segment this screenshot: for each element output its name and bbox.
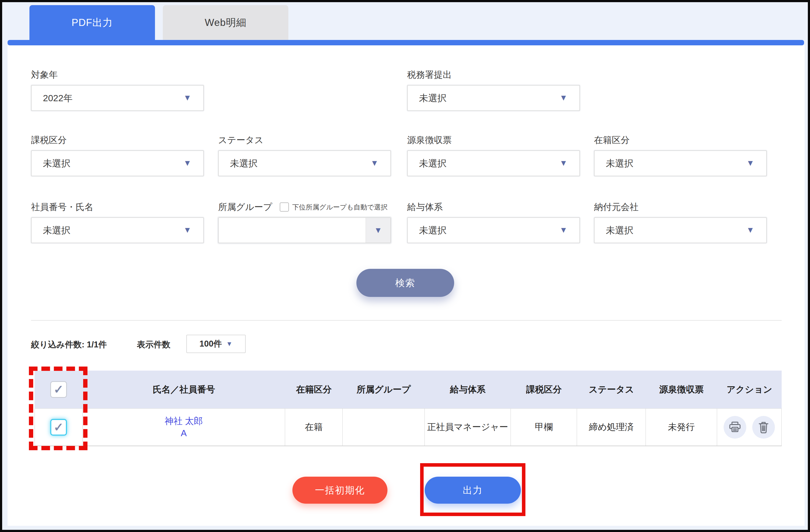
status-select[interactable]: 未選択 ▼: [218, 150, 391, 176]
filter-salary-system: 給与体系 未選択 ▼: [407, 201, 580, 243]
row-salary-system-cell: 正社員マネージャー: [425, 409, 511, 446]
tab-pdf-output[interactable]: PDF出力: [29, 5, 155, 40]
enrollment-category-select[interactable]: 未選択 ▼: [594, 150, 767, 176]
filter-tax-category: 課税区分 未選択 ▼: [31, 134, 204, 176]
header-withholding-slip: 源泉徴収票: [646, 370, 717, 409]
row-name-cell: 神社 太郎 A: [83, 409, 285, 446]
chevron-down-icon: ▼: [374, 226, 382, 234]
tab-bar: PDF出力 Web明細: [29, 5, 288, 40]
select-all-header-cell: ✓: [35, 370, 83, 409]
print-button[interactable]: [724, 416, 746, 438]
table-row: ✓ 神社 太郎 A 在籍 正社員マネージャー 甲欄 締め処理済 未発行: [35, 409, 782, 446]
tax-category-label: 課税区分: [31, 134, 204, 146]
withholding-slip-select[interactable]: 未選択 ▼: [407, 150, 580, 176]
chevron-down-icon: ▼: [746, 226, 755, 234]
page-size-select[interactable]: 100件 ▼: [186, 335, 246, 353]
chevron-down-icon: ▼: [746, 159, 755, 167]
tax-office-submission-select[interactable]: 未選択 ▼: [407, 85, 580, 111]
check-icon: ✓: [54, 421, 64, 433]
row-tax-category-cell: 甲欄: [511, 409, 577, 446]
target-year-label: 対象年: [31, 69, 204, 81]
row-checkbox[interactable]: ✓: [50, 419, 67, 436]
filter-withholding-slip: 源泉徴収票 未選択 ▼: [407, 134, 580, 176]
header-status: ステータス: [577, 370, 646, 409]
status-label: ステータス: [218, 134, 391, 146]
header-action: アクション: [717, 370, 782, 409]
display-count-label: 表示件数: [137, 339, 171, 350]
bulk-reset-button[interactable]: 一括初期化: [292, 477, 387, 504]
trash-icon: [758, 421, 769, 433]
withholding-slip-label: 源泉徴収票: [407, 134, 580, 146]
employee-name-link[interactable]: 神社 太郎: [165, 415, 203, 427]
check-icon: ✓: [54, 384, 64, 395]
filter-payment-source-company: 納付元会社 未選択 ▼: [594, 201, 767, 243]
payment-source-company-select[interactable]: 未選択 ▼: [594, 217, 767, 243]
salary-system-value: 未選択: [419, 218, 447, 243]
employee-number-name-value: 未選択: [43, 218, 70, 243]
content-panel: 対象年 2022年 ▼ 税務署提出 未選択 ▼ 課税区分 未選択 ▼ ステータス: [7, 45, 805, 526]
printer-icon: [728, 421, 741, 433]
payment-source-company-value: 未選択: [606, 218, 633, 243]
export-button[interactable]: 出力: [425, 477, 521, 504]
employee-number-name-select[interactable]: 未選択 ▼: [31, 217, 204, 243]
status-value: 未選択: [230, 151, 258, 176]
affiliation-group-select[interactable]: ▼: [218, 217, 391, 243]
header-enrollment: 在籍区分: [285, 370, 343, 409]
payment-source-company-label: 納付元会社: [594, 201, 767, 213]
affiliation-group-label: 所属グループ: [218, 201, 272, 213]
delete-button[interactable]: [752, 416, 775, 438]
tax-office-submission-value: 未選択: [419, 86, 447, 111]
row-withholding-slip-cell: 未発行: [646, 409, 717, 446]
sub-group-auto-select-label: 下位所属グループも自動で選択: [292, 203, 387, 212]
row-enrollment-cell: 在籍: [285, 409, 343, 446]
tab-web-detail[interactable]: Web明細: [163, 5, 288, 40]
filter-target-year: 対象年 2022年 ▼: [31, 69, 204, 111]
target-year-select[interactable]: 2022年 ▼: [31, 85, 204, 111]
filter-affiliation-group: 所属グループ 下位所属グループも自動で選択 ▼: [218, 201, 423, 243]
tax-office-submission-label: 税務署提出: [407, 69, 580, 81]
pdf-output-page: PDF出力 Web明細 対象年 2022年 ▼ 税務署提出 未選択 ▼ 課税区分…: [0, 0, 810, 532]
combo-arrow-strip[interactable]: ▼: [366, 218, 390, 243]
search-button[interactable]: 検索: [356, 269, 454, 297]
employee-code-link[interactable]: A: [181, 427, 187, 439]
header-group: 所属グループ: [343, 370, 425, 409]
page-size-value: 100件: [199, 338, 222, 350]
chevron-down-icon: ▼: [183, 94, 191, 102]
chevron-down-icon: ▼: [183, 159, 191, 167]
chevron-down-icon: ▼: [560, 159, 568, 167]
table-header-row: ✓ 氏名／社員番号 在籍区分 所属グループ 給与体系 課税区分 ステータス 源泉…: [35, 370, 782, 409]
filter-tax-office-submission: 税務署提出 未選択 ▼: [407, 69, 580, 111]
sub-group-auto-select-checkbox[interactable]: [280, 202, 289, 212]
filter-status: ステータス 未選択 ▼: [218, 134, 391, 176]
row-group-cell: [343, 409, 425, 446]
row-status-cell: 締め処理済: [577, 409, 646, 446]
chevron-down-icon: ▼: [183, 226, 191, 234]
header-name: 氏名／社員番号: [83, 370, 285, 409]
withholding-slip-value: 未選択: [419, 151, 447, 176]
tax-category-select[interactable]: 未選択 ▼: [31, 150, 204, 176]
chevron-down-icon: ▼: [370, 159, 378, 167]
target-year-value: 2022年: [43, 86, 72, 111]
header-tax-category: 課税区分: [511, 370, 577, 409]
section-divider: [31, 320, 782, 321]
employee-number-name-label: 社員番号・氏名: [31, 201, 204, 213]
select-all-checkbox[interactable]: ✓: [50, 381, 67, 398]
enrollment-category-label: 在籍区分: [594, 134, 767, 146]
salary-system-label: 給与体系: [407, 201, 580, 213]
salary-system-select[interactable]: 未選択 ▼: [407, 217, 580, 243]
filter-enrollment-category: 在籍区分 未選択 ▼: [594, 134, 767, 176]
filtered-count-text: 絞り込み件数: 1/1件: [31, 339, 107, 350]
tax-category-value: 未選択: [43, 151, 70, 176]
enrollment-category-value: 未選択: [606, 151, 633, 176]
chevron-down-icon: ▼: [560, 94, 568, 102]
chevron-down-icon: ▼: [560, 226, 568, 234]
row-action-cell: [717, 409, 782, 446]
filter-employee-number-name: 社員番号・氏名 未選択 ▼: [31, 201, 204, 243]
active-tab-underline: [7, 40, 804, 45]
chevron-down-icon: ▼: [226, 340, 232, 347]
employee-table: ✓ 氏名／社員番号 在籍区分 所属グループ 給与体系 課税区分 ステータス 源泉…: [35, 370, 782, 446]
row-checkbox-cell: ✓: [35, 409, 83, 446]
header-salary-system: 給与体系: [425, 370, 511, 409]
